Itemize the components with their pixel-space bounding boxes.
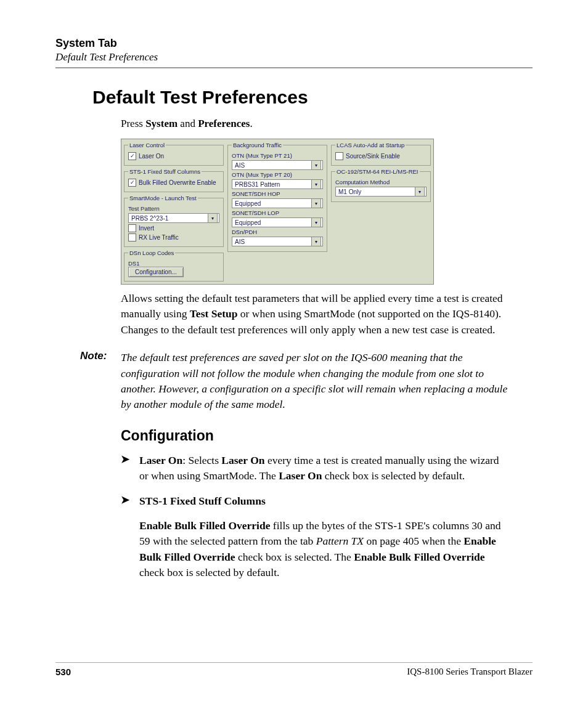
lcas-group: LCAS Auto-Add at Startup Source/Sink Ena… [331,142,431,166]
bullet-arrow-icon: ➤ [121,493,139,580]
header-rule [55,67,533,68]
hop-select[interactable]: Equipped▾ [232,198,323,208]
dsn-select[interactable]: AIS▾ [232,237,323,246]
laser-on-checkbox[interactable]: ✓ Laser On [128,152,219,160]
checkbox-icon: ✓ [128,152,136,160]
invert-label: Invert [139,225,154,232]
rx-live-label: RX Live Traffic [139,234,179,241]
lop-label: SONET/SDH LOP [232,209,323,216]
bullet-item: ➤ Laser On: Selects Laser On every time … [121,453,508,484]
otn21-select[interactable]: AIS▾ [232,160,323,170]
header-title: System Tab [55,37,533,50]
page-footer: 530 IQS-8100 Series Transport Blazer [55,662,533,677]
background-traffic-legend: Background Traffic [232,142,283,148]
chevron-down-icon: ▾ [208,213,218,223]
lcas-legend: LCAS Auto-Add at Startup [335,142,406,148]
invert-checkbox[interactable]: Invert [128,224,219,232]
laser-on-label: Laser On [139,153,164,160]
configuration-heading: Configuration [121,428,533,444]
chevron-down-icon: ▾ [311,179,321,189]
sts1-group: STS-1 Fixed Stuff Columns ✓ Bulk Filled … [124,168,224,192]
chevron-down-icon: ▾ [311,198,321,208]
source-sink-checkbox[interactable]: Source/Sink Enable [335,152,427,160]
test-pattern-value: PRBS 2^23-1 [131,215,168,222]
product-name: IQS-8100 Series Transport Blazer [407,667,533,677]
dsn-loop-legend: DSn Loop Codes [128,249,175,256]
header-subtitle: Default Test Preferences [55,51,533,63]
dsn-label: DSn/PDH [232,229,323,235]
background-traffic-group: Background Traffic OTN (Mux Type PT 21) … [227,142,327,252]
bullet-body: Laser On: Selects Laser On every time a … [139,453,508,484]
bulk-filled-checkbox[interactable]: ✓ Bulk Filled Overwrite Enable [128,179,219,187]
chevron-down-icon: ▾ [311,160,321,170]
dsn-loop-group: DSn Loop Codes DS1 Configuration... [124,249,224,282]
test-pattern-label: Test Pattern [128,205,219,212]
smartmode-legend: SmartMode - Launch Test [128,195,198,201]
configuration-button[interactable]: Configuration... [128,267,184,277]
note-text: The default test preferences are saved p… [121,350,508,413]
hop-label: SONET/SDH HOP [232,190,323,197]
checkbox-icon [128,233,136,241]
computation-method-select[interactable]: M1 Only▾ [335,187,427,197]
chevron-down-icon: ▾ [311,217,321,227]
test-pattern-select[interactable]: PRBS 2^23-1 ▾ [128,213,219,223]
checkbox-icon [335,152,343,160]
chevron-down-icon: ▾ [415,187,425,197]
laser-control-legend: Laser Control [128,142,166,148]
ds1-label: DS1 [128,260,219,267]
chevron-down-icon: ▾ [311,237,321,246]
main-title: Default Test Preferences [92,87,533,108]
page-header: System Tab Default Test Preferences [55,37,533,63]
sts1-legend: STS-1 Fixed Stuff Columns [128,168,202,175]
bullet-item: ➤ STS-1 Fixed Stuff Columns Enable Bulk … [121,493,508,580]
note-block: Note: The default test preferences are s… [80,350,508,413]
checkbox-icon: ✓ [128,179,136,187]
bullet-arrow-icon: ➤ [121,453,139,484]
smartmode-group: SmartMode - Launch Test Test Pattern PRB… [124,195,224,247]
computation-method-label: Computation Method [335,179,427,185]
rx-live-checkbox[interactable]: RX Live Traffic [128,233,219,241]
laser-control-group: Laser Control ✓ Laser On [124,142,224,166]
otn20-select[interactable]: PRBS31 Pattern▾ [232,179,323,189]
checkbox-icon [128,224,136,232]
lop-select[interactable]: Equipped▾ [232,217,323,227]
preferences-screenshot: Laser Control ✓ Laser On STS-1 Fixed Stu… [121,139,434,285]
note-label: Note: [80,350,121,413]
otn21-label: OTN (Mux Type PT 21) [232,152,323,159]
source-sink-label: Source/Sink Enable [346,153,400,160]
page-number: 530 [55,667,71,677]
bulk-filled-label: Bulk Filled Overwrite Enable [139,179,216,186]
intro-line: Press System and Preferences. [121,118,508,130]
description-paragraph: Allows setting the default test paramete… [121,291,508,338]
oc192-legend: OC-192/STM-64 REI-L/MS-REI [335,168,420,175]
otn20-label: OTN (Mux Type PT 20) [232,171,323,178]
bullet-body: STS-1 Fixed Stuff Columns Enable Bulk Fi… [139,493,508,580]
oc192-group: OC-192/STM-64 REI-L/MS-REI Computation M… [331,168,431,202]
